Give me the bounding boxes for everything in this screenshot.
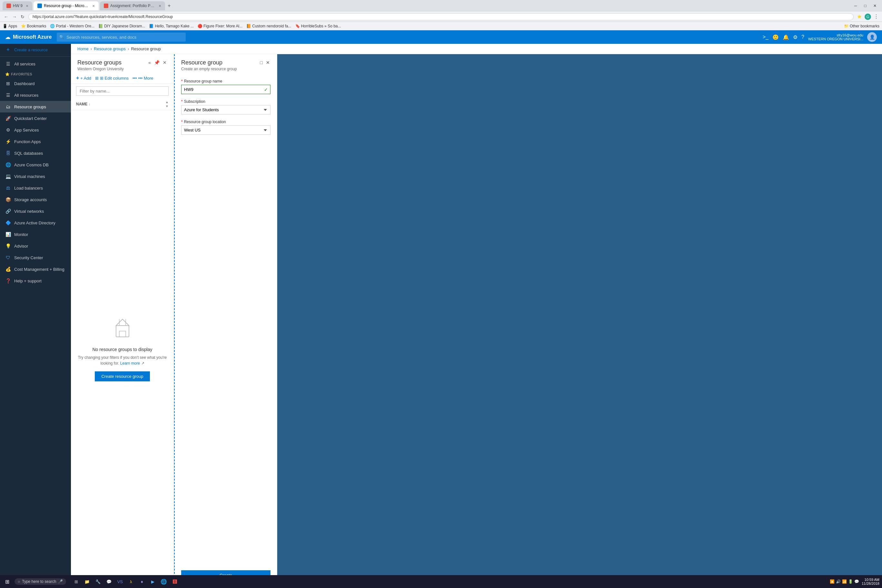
- browser-toolbar-icons: ⭐ G ⋮: [856, 14, 879, 20]
- maximize-button[interactable]: □: [861, 3, 870, 9]
- tab-hw9[interactable]: HW 9 ✕: [3, 1, 32, 10]
- sidebar-item-create[interactable]: + Create a resource: [0, 44, 71, 57]
- azure-logo-icon: ☁: [5, 34, 10, 40]
- taskbar-app7[interactable]: 🅱: [170, 577, 180, 586]
- bookmark-apps[interactable]: 📱 Apps: [3, 24, 17, 28]
- azure-search[interactable]: 🔍: [57, 33, 186, 42]
- add-label: + Add: [80, 76, 91, 81]
- sidebar-item-help[interactable]: ❓ Help + support: [0, 275, 71, 286]
- user-avatar[interactable]: 👤: [867, 32, 877, 42]
- bookmark-portal[interactable]: 🌐 Portal - Western Ore...: [50, 24, 94, 28]
- sidebar-item-dashboard[interactable]: ⊞ Dashboard: [0, 78, 71, 89]
- network-icon[interactable]: 🔼: [830, 579, 835, 584]
- sidebar-item-storage[interactable]: 📦 Storage accounts: [0, 194, 71, 206]
- minimize-button[interactable]: ─: [851, 3, 860, 9]
- sidebar-item-sql[interactable]: 🗄 SQL databases: [0, 147, 71, 159]
- breadcrumb-home[interactable]: Home: [77, 46, 88, 51]
- bookmark-diy[interactable]: 📗 DIY Japanese Dioram...: [98, 24, 145, 28]
- sidebar-item-quickstart[interactable]: 🚀 Quickstart Center: [0, 112, 71, 124]
- speaker-icon[interactable]: 🔊: [836, 579, 841, 584]
- scroll-indicator[interactable]: ▲ ▼: [165, 100, 169, 108]
- notifications-icon[interactable]: 🔔: [783, 34, 789, 40]
- taskbar-app3[interactable]: VS: [115, 577, 125, 586]
- close-button[interactable]: ✕: [870, 3, 879, 9]
- sidebar-item-app-services[interactable]: ⚙ App Services: [0, 124, 71, 136]
- taskbar-chrome[interactable]: 🌐: [159, 577, 169, 586]
- taskbar-app1[interactable]: 🔧: [93, 577, 103, 586]
- settings-icon[interactable]: ⚙: [793, 34, 798, 40]
- detail-close-btn[interactable]: ✕: [265, 59, 270, 66]
- profile-icon[interactable]: G: [865, 14, 871, 20]
- taskbar-app2[interactable]: 💬: [104, 577, 114, 586]
- extensions-icon[interactable]: ⭐: [856, 14, 862, 20]
- help-icon[interactable]: ?: [801, 34, 804, 40]
- sidebar-item-all-services[interactable]: ☰ All services: [0, 58, 71, 70]
- sidebar-item-vms[interactable]: 💻 Virtual machines: [0, 171, 71, 182]
- sidebar-item-aad[interactable]: 🔷 Azure Active Directory: [0, 217, 71, 228]
- taskbar-app4[interactable]: λ: [126, 577, 136, 586]
- notification-icon[interactable]: 💬: [854, 579, 859, 584]
- bookmark-figure[interactable]: 🔴 Figure Fixer: More Al...: [198, 24, 242, 28]
- sidebar-item-function-apps[interactable]: ⚡ Function Apps: [0, 136, 71, 147]
- more-button[interactable]: ••• ••• More: [132, 76, 153, 81]
- sidebar-storage-label: Storage accounts: [14, 197, 47, 202]
- sidebar-dashboard-label: Dashboard: [14, 81, 35, 86]
- file-explorer-icon[interactable]: 📁: [82, 577, 92, 586]
- task-view-icon[interactable]: ⊞: [71, 577, 81, 586]
- sidebar-item-resource-groups[interactable]: 🗂 Resource groups: [0, 101, 71, 112]
- location-select[interactable]: West US East US Central US West Europe E…: [181, 125, 270, 135]
- breadcrumb-rg[interactable]: Resource groups: [94, 46, 126, 51]
- rg-panel-collapse-btn[interactable]: «: [148, 59, 152, 66]
- start-button[interactable]: ⊞: [3, 578, 12, 586]
- rg-panel-toolbar: + + Add ⊞ ⊞ Edit columns ••• ••• More: [71, 72, 174, 84]
- feedback-icon[interactable]: 🙂: [772, 34, 779, 40]
- sidebar-item-cosmos[interactable]: 🌐 Azure Cosmos DB: [0, 159, 71, 171]
- url-bar[interactable]: https://portal.azure.com/?feature.quicks…: [28, 13, 854, 20]
- sidebar-item-vnet[interactable]: 🔗 Virtual networks: [0, 206, 71, 217]
- bookmark-horrible[interactable]: 🔖 HorribleSubs » So ba...: [295, 24, 341, 28]
- filter-input[interactable]: [76, 86, 169, 96]
- sidebar-item-monitor[interactable]: 📊 Monitor: [0, 228, 71, 240]
- tab-hw9-close[interactable]: ✕: [26, 4, 28, 8]
- taskbar-app5[interactable]: ♦: [137, 577, 147, 586]
- sidebar-monitor-label: Monitor: [14, 232, 28, 237]
- learn-more-link[interactable]: Learn more: [120, 361, 140, 366]
- cloud-shell-icon[interactable]: >_: [763, 34, 768, 40]
- refresh-button[interactable]: ↻: [20, 14, 26, 20]
- sort-icon[interactable]: ↕: [88, 102, 90, 106]
- add-button[interactable]: + + Add: [76, 75, 91, 81]
- bookmark-hello[interactable]: 📘 Hello, Tamago Kake ...: [149, 24, 194, 28]
- rg-panel-pin-btn[interactable]: 📌: [153, 59, 160, 66]
- sidebar-item-load-balancers[interactable]: ⚖ Load balancers: [0, 182, 71, 194]
- taskbar-time[interactable]: 10:59 AM 11/28/2018: [862, 578, 879, 585]
- sidebar-item-security[interactable]: 🛡 Security Center: [0, 252, 71, 263]
- wifi-icon[interactable]: 📶: [842, 579, 847, 584]
- create-resource-group-button[interactable]: Create resource group: [95, 371, 150, 381]
- taskbar-app6[interactable]: ▶: [148, 577, 158, 586]
- sidebar-item-all-resources[interactable]: ☰ All resources: [0, 89, 71, 101]
- edit-columns-button[interactable]: ⊞ ⊞ Edit columns: [95, 76, 129, 81]
- subscription-select[interactable]: Azure for Students Pay-As-You-Go: [181, 105, 270, 114]
- tab-azure-close[interactable]: ✕: [92, 4, 95, 8]
- sidebar-item-advisor[interactable]: 💡 Advisor: [0, 240, 71, 252]
- battery-icon[interactable]: 🔋: [848, 579, 853, 584]
- rg-panel-close-btn[interactable]: ✕: [162, 59, 167, 66]
- forward-button[interactable]: →: [11, 14, 18, 20]
- tab-azure[interactable]: Resource group - Microsoft Azur... ✕: [33, 1, 99, 10]
- location-required: *: [181, 120, 183, 124]
- taskbar-search[interactable]: ○ Type here to search 🎤: [15, 578, 66, 585]
- monitor-icon: 📊: [5, 231, 11, 237]
- bookmark-other[interactable]: 📁 Other bookmarks: [844, 24, 879, 28]
- tab-assignment[interactable]: Assignment: Portfolio Prompt N... ✕: [100, 1, 165, 10]
- sidebar-item-cost[interactable]: 💰 Cost Management + Billing: [0, 263, 71, 275]
- detail-panel-controls: □ ✕: [260, 59, 270, 66]
- bookmark-bookmarks[interactable]: ⭐ Bookmarks: [21, 24, 46, 28]
- menu-icon[interactable]: ⋮: [873, 14, 879, 20]
- new-tab-button[interactable]: +: [166, 3, 172, 9]
- rg-name-input[interactable]: [181, 85, 270, 94]
- bookmark-custom[interactable]: 📙 Custom nendoroid fa...: [246, 24, 291, 28]
- header-search-input[interactable]: [57, 33, 186, 42]
- tab-assignment-close[interactable]: ✕: [159, 4, 161, 8]
- back-button[interactable]: ←: [3, 14, 10, 20]
- detail-maximize-btn[interactable]: □: [260, 59, 263, 66]
